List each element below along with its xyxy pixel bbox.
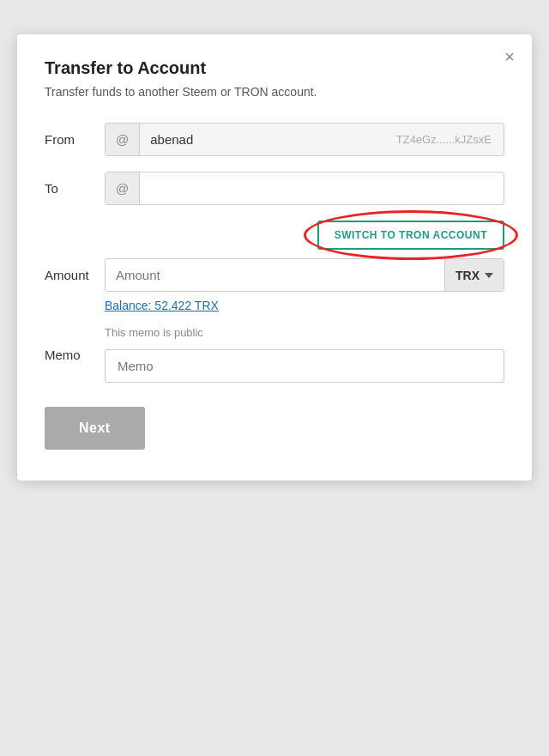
transfer-dialog: × Transfer to Account Transfer funds to … (17, 34, 532, 481)
amount-row: Amount TRX (45, 258, 504, 292)
to-input-group: @ (105, 172, 504, 205)
memo-field[interactable] (106, 350, 504, 382)
amount-input-group: TRX (105, 258, 504, 292)
memo-input-group (105, 349, 504, 383)
switch-to-tron-button[interactable]: SWITCH TO TRON ACCOUNT (317, 221, 504, 250)
from-address: TZ4eGz......kJZsxE (396, 133, 504, 146)
balance-display[interactable]: Balance: 52.422 TRX (105, 299, 504, 312)
currency-label: TRX (455, 269, 480, 282)
from-prefix: @ (106, 124, 140, 155)
dialog-subtitle: Transfer funds to another Steem or TRON … (45, 85, 504, 99)
close-button[interactable]: × (504, 48, 515, 65)
memo-row: Memo This memo is public (45, 326, 504, 383)
to-row: To @ (45, 172, 504, 205)
from-input-group: @ TZ4eGz......kJZsxE (105, 123, 504, 156)
memo-label: Memo (45, 348, 105, 362)
currency-selector[interactable]: TRX (444, 259, 504, 291)
dialog-title: Transfer to Account (45, 58, 504, 78)
to-field[interactable] (140, 172, 504, 204)
chevron-down-icon (485, 273, 493, 278)
amount-field[interactable] (106, 259, 444, 291)
from-label: From (45, 132, 105, 147)
memo-section: Memo This memo is public (45, 326, 504, 383)
from-row: From @ TZ4eGz......kJZsxE (45, 123, 504, 156)
memo-note: This memo is public (105, 326, 504, 339)
next-button[interactable]: Next (45, 407, 145, 450)
to-prefix: @ (106, 172, 140, 204)
to-label: To (45, 181, 105, 196)
switch-row: SWITCH TO TRON ACCOUNT (105, 221, 504, 250)
switch-button-label: SWITCH TO TRON ACCOUNT (335, 229, 487, 241)
from-username-field[interactable] (140, 124, 396, 155)
amount-label: Amount (45, 268, 105, 282)
